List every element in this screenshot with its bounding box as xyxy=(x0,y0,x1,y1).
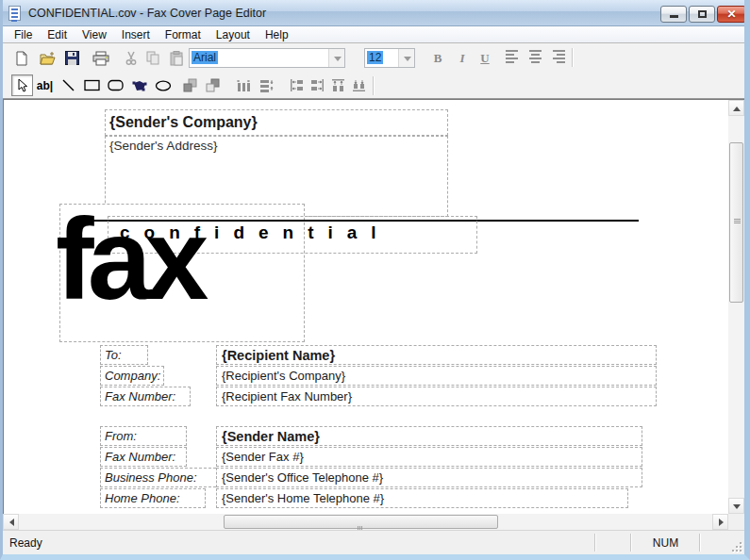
rounded-rectangle-tool-button[interactable] xyxy=(105,74,126,96)
font-size-dropdown-arrow-icon[interactable] xyxy=(398,49,414,67)
standard-toolbar: Arial 12 B I U xyxy=(3,43,744,73)
sender-company-text: {Sender's Company} xyxy=(106,110,447,135)
align-objects-bottom-button[interactable] xyxy=(348,74,370,96)
business-phone-label: Business Phone: xyxy=(101,469,220,487)
horizontal-scrollbar[interactable] xyxy=(3,514,728,530)
menu-insert[interactable]: Insert xyxy=(114,26,158,43)
ellipse-tool-button[interactable] xyxy=(152,74,174,96)
fax-number-label-field[interactable]: Fax Number: xyxy=(100,387,191,406)
text-tool-button[interactable]: ab| xyxy=(34,74,56,96)
italic-button[interactable]: I xyxy=(452,48,473,68)
sender-name-text: {Sender Name} xyxy=(217,427,642,446)
maximize-icon xyxy=(698,10,707,18)
space-evenly-down-icon xyxy=(259,78,275,92)
select-tool-button[interactable] xyxy=(11,74,33,96)
rounded-rectangle-icon xyxy=(108,79,124,91)
horizontal-scroll-thumb[interactable] xyxy=(224,515,498,529)
align-left-button[interactable] xyxy=(501,48,522,68)
align-objects-top-icon xyxy=(331,78,345,92)
sender-fax-text: {Sender Fax #} xyxy=(217,448,642,467)
sender-company-field[interactable]: {Sender's Company} xyxy=(105,109,448,136)
scroll-right-button[interactable] xyxy=(712,514,728,530)
polygon-tool-button[interactable] xyxy=(128,74,150,96)
save-button[interactable] xyxy=(61,47,83,69)
printer-icon xyxy=(92,51,109,66)
status-message: Ready xyxy=(9,536,42,550)
polygon-icon xyxy=(132,79,147,92)
status-separator xyxy=(594,534,596,552)
menu-layout[interactable]: Layout xyxy=(208,26,258,43)
menu-edit[interactable]: Edit xyxy=(40,26,75,43)
align-center-icon xyxy=(529,48,542,63)
new-button[interactable] xyxy=(10,47,32,69)
to-label-field[interactable]: To: xyxy=(100,345,148,365)
font-size-combobox[interactable]: 12 xyxy=(364,48,415,68)
open-button[interactable] xyxy=(37,47,58,69)
sender-name-field[interactable]: {Sender Name} xyxy=(216,426,642,446)
cut-button[interactable] xyxy=(120,47,142,69)
font-name-combobox[interactable]: Arial xyxy=(189,48,345,68)
copy-button[interactable] xyxy=(142,47,164,69)
recipient-company-field[interactable]: {Recipient's Company} xyxy=(216,366,657,386)
space-down-button[interactable] xyxy=(256,74,277,96)
drawing-toolbar: ab| xyxy=(3,73,744,99)
resize-grip-icon[interactable] xyxy=(729,539,742,552)
space-across-button[interactable] xyxy=(232,74,254,96)
app-window: CONFIDENTIAL.cov - Fax Cover Page Editor… xyxy=(0,0,750,560)
fax-logo-text: fax xyxy=(56,190,202,328)
align-objects-bottom-icon xyxy=(352,78,366,92)
app-icon xyxy=(8,6,21,21)
home-phone-label-field[interactable]: Home Phone: xyxy=(100,488,206,508)
maximize-button[interactable] xyxy=(689,6,715,23)
selection-arrow-icon xyxy=(17,78,28,92)
align-objects-top-button[interactable] xyxy=(327,74,349,96)
bold-button[interactable]: B xyxy=(427,48,448,68)
recipient-name-field[interactable]: {Recipient Name} xyxy=(216,345,657,365)
font-name-dropdown-arrow-icon[interactable] xyxy=(328,49,344,67)
rectangle-tool-button[interactable] xyxy=(81,74,103,96)
menu-view[interactable]: View xyxy=(75,26,114,43)
scroll-down-button[interactable] xyxy=(728,498,744,514)
print-button[interactable] xyxy=(90,47,111,69)
title-bar[interactable]: CONFIDENTIAL.cov - Fax Cover Page Editor… xyxy=(0,0,750,26)
minimize-button[interactable] xyxy=(660,6,687,23)
line-tool-button[interactable] xyxy=(58,74,79,96)
business-phone-field[interactable]: {Sender's Office Telephone #} xyxy=(216,468,642,487)
paste-clipboard-icon xyxy=(170,51,183,66)
window-title: CONFIDENTIAL.cov - Fax Cover Page Editor xyxy=(28,7,266,20)
ellipse-icon xyxy=(155,80,172,91)
vertical-scroll-thumb[interactable] xyxy=(729,142,743,303)
underline-button[interactable]: U xyxy=(475,48,495,68)
align-objects-left-button[interactable] xyxy=(286,74,308,96)
recipient-fax-field[interactable]: {Recipient Fax Number} xyxy=(216,387,657,406)
open-folder-icon xyxy=(40,51,56,66)
editor-canvas[interactable]: {Sender's Company} {Sender's Address} co… xyxy=(3,99,728,514)
menu-format[interactable]: Format xyxy=(158,26,208,43)
from-label-field[interactable]: From: xyxy=(100,426,187,446)
scroll-up-button[interactable] xyxy=(728,100,744,116)
scroll-down-arrow-icon xyxy=(733,504,741,513)
company-label-field[interactable]: Company: xyxy=(100,366,164,386)
bring-to-front-icon xyxy=(183,78,197,92)
send-to-back-button[interactable] xyxy=(202,74,224,96)
close-button[interactable]: ✕ xyxy=(717,6,746,23)
align-objects-right-button[interactable] xyxy=(307,74,328,96)
save-floppy-icon xyxy=(65,51,79,65)
menu-help[interactable]: Help xyxy=(258,26,296,43)
to-label: To: xyxy=(101,346,147,365)
sender-fax-label-field[interactable]: Fax Number: xyxy=(100,447,187,467)
status-separator xyxy=(630,534,632,552)
menu-bar: File Edit View Insert Format Layout Help xyxy=(3,26,744,43)
align-right-button[interactable] xyxy=(548,48,569,68)
menu-file[interactable]: File xyxy=(7,26,40,43)
sender-fax-field[interactable]: {Sender Fax #} xyxy=(216,447,642,467)
paste-button[interactable] xyxy=(165,47,187,69)
scrollbar-corner xyxy=(728,514,744,530)
bring-to-front-button[interactable] xyxy=(179,74,201,96)
vertical-scrollbar[interactable] xyxy=(728,99,744,514)
home-phone-field[interactable]: {Sender's Home Telephone #} xyxy=(216,488,628,508)
scroll-left-button[interactable] xyxy=(3,514,19,530)
business-phone-label-field[interactable]: Business Phone: xyxy=(100,468,221,487)
minimize-icon xyxy=(670,15,678,18)
align-center-button[interactable] xyxy=(525,48,545,68)
